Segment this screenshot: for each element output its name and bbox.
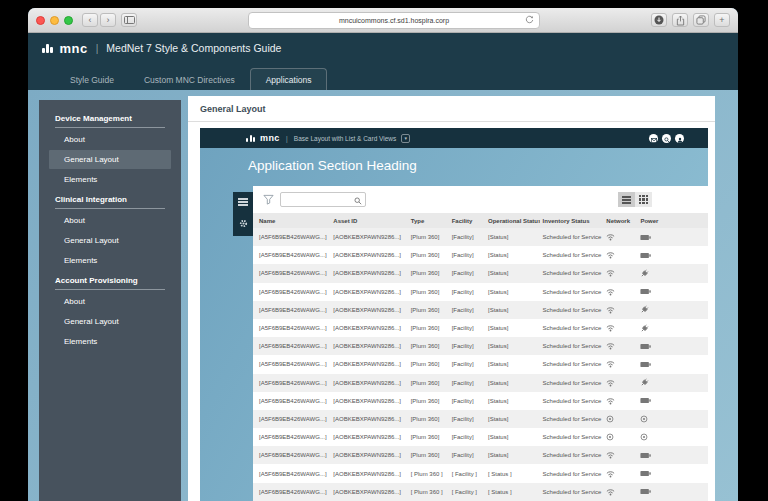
- tab-style-guide[interactable]: Style Guide: [55, 69, 129, 92]
- type-cell: [Plum 360]: [408, 301, 449, 319]
- close-window-button[interactable]: [36, 16, 45, 25]
- device-table: NameAsset IDTypeFacilityOperational Stat…: [253, 213, 708, 501]
- table-row[interactable]: [A5F6B9EB426WAWG...][AOBKEBXPAWN9286...]…: [253, 355, 708, 373]
- table-row[interactable]: [A5F6B9EB426WAWG...][AOBKEBXPAWN9286...]…: [253, 301, 708, 319]
- search-field: [280, 192, 366, 207]
- column-header-type[interactable]: Type: [408, 213, 449, 228]
- column-header-inventory-status[interactable]: Inventory Status: [540, 213, 604, 228]
- show-tabs-button[interactable]: [693, 13, 709, 27]
- network-cell: [603, 337, 637, 355]
- table-row[interactable]: [A5F6B9EB426WAWG...][AOBKEBXPAWN9286...]…: [253, 228, 708, 246]
- table-row[interactable]: [A5F6B9EB426WAWG...][AOBKEBXPAWN9286...]…: [253, 446, 708, 464]
- table-row[interactable]: [A5F6B9EB426WAWG...][AOBKEBXPAWN9286...]…: [253, 428, 708, 446]
- operational-status-cell: [Status]: [485, 410, 540, 428]
- downloads-icon: [654, 15, 664, 25]
- new-tab-button[interactable]: +: [714, 13, 730, 27]
- asset-id-cell: [AOBKEBXPAWN9286...]: [330, 337, 407, 355]
- sidebar-section-device-management: Device Management: [55, 114, 165, 128]
- list-view-button[interactable]: [618, 192, 635, 207]
- name-cell: [A5F6B9EB426WAWG...]: [253, 483, 330, 501]
- sidebar-item-device-management-elements[interactable]: Elements: [49, 170, 171, 189]
- network-cell: [603, 283, 637, 301]
- browser-window: ‹ › mncuicommons.cf.sd1.hospira.corp +: [28, 8, 738, 501]
- operational-status-cell: [Status]: [485, 355, 540, 373]
- wifi-icon: [606, 325, 615, 331]
- network-cell: [603, 483, 637, 501]
- chevron-down-icon: ▾: [405, 135, 408, 141]
- filter-funnel-icon: [263, 194, 274, 205]
- table-row[interactable]: [A5F6B9EB426WAWG...][AOBKEBXPAWN9286...]…: [253, 374, 708, 392]
- layout-dropdown-button[interactable]: ▾: [401, 134, 410, 143]
- sidebar-toggle-button[interactable]: [121, 13, 137, 27]
- table-row[interactable]: [A5F6B9EB426WAWG...][AOBKEBXPAWN9286...]…: [253, 464, 708, 482]
- column-header-asset-id[interactable]: Asset ID: [330, 213, 407, 228]
- network-cell: [603, 374, 637, 392]
- tab-applications[interactable]: Applications: [250, 68, 328, 92]
- column-header-operational-status[interactable]: Operational Status: [485, 213, 540, 228]
- table-row[interactable]: [A5F6B9EB426WAWG...][AOBKEBXPAWN9286...]…: [253, 337, 708, 355]
- sidebar-item-device-management-general-layout[interactable]: General Layout: [49, 150, 171, 169]
- mail-button[interactable]: [649, 134, 658, 143]
- mockup-barchart-logo-icon: [246, 135, 255, 142]
- table-row[interactable]: [A5F6B9EB426WAWG...][AOBKEBXPAWN9286...]…: [253, 264, 708, 282]
- column-header-power[interactable]: Power: [637, 213, 708, 228]
- reload-button[interactable]: [525, 15, 534, 25]
- facility-cell: [Facility]: [449, 410, 485, 428]
- column-header-network[interactable]: Network: [603, 213, 637, 228]
- name-cell: [A5F6B9EB426WAWG...]: [253, 246, 330, 264]
- title-divider: [188, 121, 715, 122]
- asset-id-cell: [AOBKEBXPAWN9286...]: [330, 410, 407, 428]
- type-cell: [Plum 360]: [408, 319, 449, 337]
- table-row[interactable]: [A5F6B9EB426WAWG...][AOBKEBXPAWN9286...]…: [253, 283, 708, 301]
- name-cell: [A5F6B9EB426WAWG...]: [253, 264, 330, 282]
- table-row[interactable]: [A5F6B9EB426WAWG...][AOBKEBXPAWN9286...]…: [253, 246, 708, 264]
- plug-icon: [640, 306, 649, 312]
- sidebar-item-account-provisioning-about[interactable]: About: [49, 292, 171, 311]
- operational-status-cell: [Status]: [485, 264, 540, 282]
- sidebar-item-device-management-about[interactable]: About: [49, 130, 171, 149]
- table-row[interactable]: [A5F6B9EB426WAWG...][AOBKEBXPAWN9286...]…: [253, 319, 708, 337]
- network-cell: [603, 301, 637, 319]
- inventory-status-cell: Scheduled for Service: [540, 428, 604, 446]
- menu-icon[interactable]: [238, 198, 248, 206]
- browser-chrome: ‹ › mncuicommons.cf.sd1.hospira.corp +: [28, 8, 738, 33]
- minimize-window-button[interactable]: [50, 16, 59, 25]
- tab-custom-mnc-directives[interactable]: Custom MNC Directives: [129, 69, 250, 92]
- sidebar-item-clinical-integration-elements[interactable]: Elements: [49, 251, 171, 270]
- sidebar-section-account-provisioning: Account Provisioning: [55, 276, 165, 290]
- power-cell: [637, 337, 708, 355]
- column-header-facility[interactable]: Facility: [449, 213, 485, 228]
- sidebar-item-account-provisioning-general-layout[interactable]: General Layout: [49, 312, 171, 331]
- zoom-window-button[interactable]: [64, 16, 73, 25]
- sidebar-item-account-provisioning-elements[interactable]: Elements: [49, 332, 171, 351]
- tabs-icon: [696, 15, 706, 25]
- address-bar[interactable]: mncuicommons.cf.sd1.hospira.corp: [248, 12, 540, 29]
- inventory-status-cell: Scheduled for Service: [540, 446, 604, 464]
- back-button[interactable]: ‹: [82, 13, 98, 27]
- table-row[interactable]: [A5F6B9EB426WAWG...][AOBKEBXPAWN9286...]…: [253, 410, 708, 428]
- forward-button[interactable]: ›: [100, 13, 116, 27]
- asset-id-cell: [AOBKEBXPAWN9286...]: [330, 264, 407, 282]
- filter-button[interactable]: [263, 191, 274, 209]
- type-cell: [Plum 360]: [408, 374, 449, 392]
- sidebar-item-clinical-integration-about[interactable]: About: [49, 211, 171, 230]
- table-row[interactable]: [A5F6B9EB426WAWG...][AOBKEBXPAWN9286...]…: [253, 392, 708, 410]
- downloads-button[interactable]: [651, 13, 667, 27]
- table-header-row: NameAsset IDTypeFacilityOperational Stat…: [253, 213, 708, 228]
- facility-cell: [Facility]: [449, 283, 485, 301]
- user-button[interactable]: [675, 134, 684, 143]
- grid-view-button[interactable]: [635, 192, 652, 207]
- sidebar-item-clinical-integration-general-layout[interactable]: General Layout: [49, 231, 171, 250]
- column-header-name[interactable]: Name: [253, 213, 330, 228]
- navigation-sidebar: Device ManagementAboutGeneral LayoutElem…: [39, 100, 181, 501]
- gear-icon[interactable]: [239, 214, 248, 232]
- search-button[interactable]: [662, 134, 671, 143]
- share-button[interactable]: [672, 13, 688, 27]
- plug-icon: [640, 379, 649, 385]
- network-cell: [603, 464, 637, 482]
- type-cell: [Plum 360]: [408, 337, 449, 355]
- battery-icon: [640, 234, 651, 240]
- table-row[interactable]: [A5F6B9EB426WAWG...][AOBKEBXPAWN9286...]…: [253, 483, 708, 501]
- search-input[interactable]: [284, 196, 354, 204]
- history-buttons: ‹ ›: [82, 13, 116, 27]
